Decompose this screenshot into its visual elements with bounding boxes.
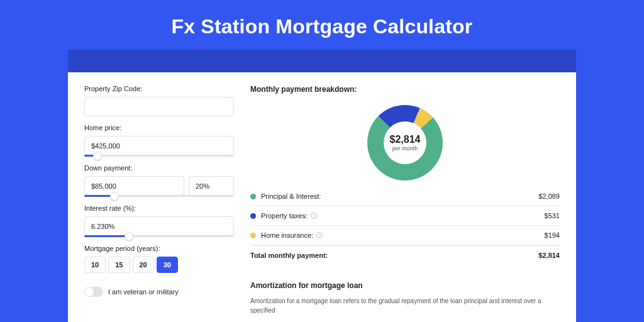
donut-amount: $2,814 xyxy=(390,134,421,145)
zip-label: Property Zip Code: xyxy=(84,85,234,92)
down-payment-slider-thumb[interactable] xyxy=(110,192,119,201)
donut-sub: per month xyxy=(392,145,418,152)
home-price-input[interactable] xyxy=(84,136,234,155)
breakdown-label: Principal & Interest: xyxy=(261,192,538,200)
period-button-10[interactable]: 10 xyxy=(84,257,106,273)
donut-center: $2,814 per month xyxy=(384,121,426,164)
legend-dot xyxy=(250,213,256,219)
zip-input[interactable] xyxy=(84,97,234,116)
down-payment-label: Down payment: xyxy=(84,164,234,172)
down-payment-pct-input[interactable] xyxy=(189,176,234,196)
page-title: Fx Station Mortgage Calculator xyxy=(0,0,644,50)
total-label: Total monthly payment: xyxy=(250,252,538,259)
legend-dot xyxy=(250,194,256,199)
breakdown-value: $194 xyxy=(545,231,560,239)
breakdown-value: $2,089 xyxy=(538,192,560,200)
period-label: Mortgage period (years): xyxy=(84,245,234,252)
legend-dot xyxy=(250,233,256,238)
donut-wrap: $2,814 per month xyxy=(250,103,560,187)
home-price-slider[interactable] xyxy=(84,155,234,157)
header-strip xyxy=(68,50,576,72)
period-button-20[interactable]: 20 xyxy=(133,257,154,273)
down-payment-input[interactable] xyxy=(84,176,184,196)
veteran-label: I am veteran or military xyxy=(108,288,179,296)
donut-chart: $2,814 per month xyxy=(367,105,443,180)
calculator-card: Property Zip Code: Home price: Down paym… xyxy=(68,72,576,322)
interest-slider-fill xyxy=(84,235,129,237)
breakdown-value: $531 xyxy=(545,212,560,219)
down-payment-slider[interactable] xyxy=(84,195,234,197)
home-price-label: Home price: xyxy=(84,124,234,131)
amortization-title: Amortization for mortgage loan xyxy=(250,281,560,290)
period-buttons: 10152030 xyxy=(84,257,234,273)
veteran-toggle[interactable] xyxy=(84,287,103,297)
veteran-row: I am veteran or military xyxy=(84,287,234,297)
breakdown-label: Home insurance:? xyxy=(261,231,545,239)
veteran-toggle-knob xyxy=(85,287,94,296)
interest-input[interactable] xyxy=(84,216,234,236)
interest-label: Interest rate (%): xyxy=(84,204,234,212)
period-button-15[interactable]: 15 xyxy=(108,257,130,273)
page-root: Fx Station Mortgage Calculator Property … xyxy=(0,0,644,322)
breakdown-list: Principal & Interest:$2,089Property taxe… xyxy=(250,187,560,245)
breakdown-column: Monthly payment breakdown: $2,814 per mo… xyxy=(250,85,560,311)
total-row: Total monthly payment: $2,814 xyxy=(250,245,560,265)
breakdown-label: Property taxes:? xyxy=(261,212,545,219)
breakdown-row: Property taxes:?$531 xyxy=(250,206,560,226)
home-price-slider-thumb[interactable] xyxy=(93,152,102,160)
interest-slider-thumb[interactable] xyxy=(125,232,133,241)
amortization-text: Amortization for a mortgage loan refers … xyxy=(250,296,560,315)
info-icon[interactable]: ? xyxy=(311,213,317,219)
info-icon[interactable]: ? xyxy=(316,232,323,238)
interest-slider[interactable] xyxy=(84,235,234,237)
inputs-column: Property Zip Code: Home price: Down paym… xyxy=(84,85,234,311)
total-value: $2,814 xyxy=(538,252,560,259)
breakdown-row: Principal & Interest:$2,089 xyxy=(250,187,560,206)
period-button-30[interactable]: 30 xyxy=(157,257,178,273)
breakdown-title: Monthly payment breakdown: xyxy=(250,85,560,94)
breakdown-row: Home insurance:?$194 xyxy=(250,226,560,245)
